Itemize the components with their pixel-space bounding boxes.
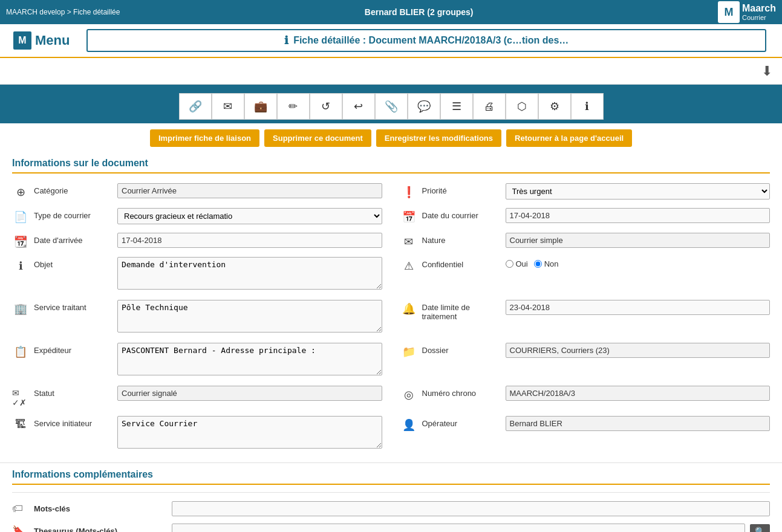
numero-chrono-input[interactable] [506,386,771,401]
thesaurus-row: 🔖 Thesaurus (Mots-clés) 🔍 [12,520,770,532]
thesaurus-input[interactable] [172,524,745,532]
confidentiel-value: Oui Non [506,257,771,268]
date-arrivee-input[interactable] [117,233,382,248]
categorie-icon: ⊕ [12,183,29,199]
confidentiel-oui-label[interactable]: Oui [506,259,528,268]
menu-button[interactable]: M Menu [6,27,77,54]
save-modifications-button[interactable]: Enregistrer les modifications [376,129,501,147]
date-courrier-value [506,208,771,223]
date-limite-input[interactable] [506,300,771,315]
service-traitant-icon: 🏢 [12,300,29,316]
objet-value: Demande d'intervention [117,257,382,291]
categorie-label: Catégorie [34,183,112,195]
link-icon[interactable]: 🔗 [179,93,212,120]
comp-info-section: Informations complémentaires 🏷 Mots-clés… [0,462,782,532]
mots-cles-icon: 🏷 [12,502,29,515]
date-courrier-label: Date du courrier [422,208,501,220]
thesaurus-search-button[interactable]: 🔍 [750,524,770,533]
date-limite-icon: 🔔 [400,300,417,316]
operateur-input[interactable] [506,416,771,431]
operateur-row: 👤 Opérateur [400,414,771,453]
print-icon[interactable]: 🖨 [473,93,506,120]
objet-row: ℹ Objet Demande d'intervention [12,255,382,294]
comment-icon[interactable]: 💬 [408,93,440,120]
maarch-logo-text: Maarch Courrier [742,3,776,21]
download-icon[interactable]: ⬇ [761,63,772,79]
priorite-row: ❗ Priorité Très urgent Urgent Normal [400,181,771,202]
history-icon[interactable]: ↺ [310,93,342,120]
attachment-icon[interactable]: 📎 [375,93,408,120]
service-traitant-value: Pôle Technique [117,300,382,334]
statut-input[interactable] [117,386,382,401]
nature-input[interactable] [506,233,771,248]
confidentiel-radio-group: Oui Non [506,257,771,268]
date-limite-value [506,300,771,315]
categorie-row: ⊕ Catégorie [12,181,382,202]
service-traitant-textarea[interactable]: Pôle Technique [117,300,382,332]
type-courrier-row: 📄 Type de courrier Recours gracieux et r… [12,206,382,227]
service-initiateur-icon: 🏗 [12,416,29,431]
comp-divider [12,492,770,493]
email-icon[interactable]: ✉ [212,93,244,120]
statut-label: Statut [34,386,112,398]
statut-row: ✉✓✗ Statut [12,383,382,410]
confidentiel-label: Confidentiel [422,257,501,269]
logo-area: M Maarch Courrier [718,1,776,23]
service-initiateur-value: Service Courrier [117,416,382,450]
nature-row: ✉ Nature [400,230,771,251]
top-bar: MAARCH develop > Fiche détaillée Bernard… [0,0,782,24]
date-arrivee-icon: 📆 [12,233,29,248]
numero-chrono-label: Numéro chrono [422,386,501,398]
toolbar-area: 🔗✉💼✏↺↩📎💬☰🖨⬡⚙ℹ [0,85,782,123]
type-courrier-label: Type de courrier [34,208,112,220]
expediteur-textarea[interactable]: PASCONTENT Bernard - Adresse principale … [117,343,382,375]
service-initiateur-textarea[interactable]: Service Courrier [117,416,382,449]
info-icon[interactable]: ℹ [571,93,604,120]
nature-value [506,233,771,248]
action-buttons: Imprimer fiche de liaison Supprimer ce d… [0,123,782,152]
settings-icon[interactable]: ⚙ [538,93,571,120]
date-limite-label: Date limite de traitement [422,300,501,321]
user-info: Bernard BLIER (2 groupes) [365,7,474,17]
confidentiel-non-label[interactable]: Non [534,259,559,268]
mots-cles-row: 🏷 Mots-clés [12,498,770,520]
delete-document-button[interactable]: Supprimer ce document [264,129,371,147]
bag-icon[interactable]: 💼 [244,93,277,120]
doc-info-section: Informations sur le document ⊕ Catégorie… [0,152,782,462]
back-home-button[interactable]: Retourner à la page d'accueil [506,129,632,147]
objet-textarea[interactable]: Demande d'intervention [117,257,382,290]
list-icon[interactable]: ☰ [440,93,473,120]
type-courrier-select[interactable]: Recours gracieux et réclamatio [117,208,382,224]
date-courrier-input[interactable] [506,208,771,223]
service-traitant-row: 🏢 Service traitant Pôle Technique [12,297,382,337]
date-arrivee-value [117,233,382,248]
thesaurus-label: Thesaurus (Mots-clés) [34,527,167,532]
edit-icon[interactable]: ✏ [277,93,310,120]
dossier-value [506,343,771,358]
maarch-m-icon: M [718,1,740,23]
expediteur-row: 📋 Expéditeur PASCONTENT Bernard - Adress… [12,340,382,380]
menu-label: Menu [35,33,70,48]
mots-cles-input[interactable] [172,501,770,516]
service-traitant-label: Service traitant [34,300,112,312]
share-icon[interactable]: ⬡ [506,93,538,120]
fiche-title: Fiche détaillée : Document MAARCH/2018A/… [293,35,569,46]
confidentiel-oui-radio[interactable] [506,260,513,268]
download-bar: ⬇ [0,58,782,85]
expediteur-value: PASCONTENT Bernard - Adresse principale … [117,343,382,377]
service-initiateur-row: 🏗 Service initiateur Service Courrier [12,414,382,453]
fiche-info-icon: ℹ [284,34,288,47]
print-liaison-button[interactable]: Imprimer fiche de liaison [150,129,259,147]
nature-label: Nature [422,233,501,245]
operateur-icon: 👤 [400,416,417,432]
dossier-row: 📁 Dossier [400,340,771,380]
priorite-select[interactable]: Très urgent Urgent Normal [506,183,771,199]
confidentiel-non-radio[interactable] [534,260,542,268]
categorie-input[interactable] [117,183,382,198]
dossier-icon: 📁 [400,343,417,358]
numero-chrono-value [506,386,771,401]
service-initiateur-label: Service initiateur [34,416,112,428]
maarch-logo: M Maarch Courrier [718,1,776,23]
undo-icon[interactable]: ↩ [342,93,375,120]
dossier-input[interactable] [506,343,771,358]
